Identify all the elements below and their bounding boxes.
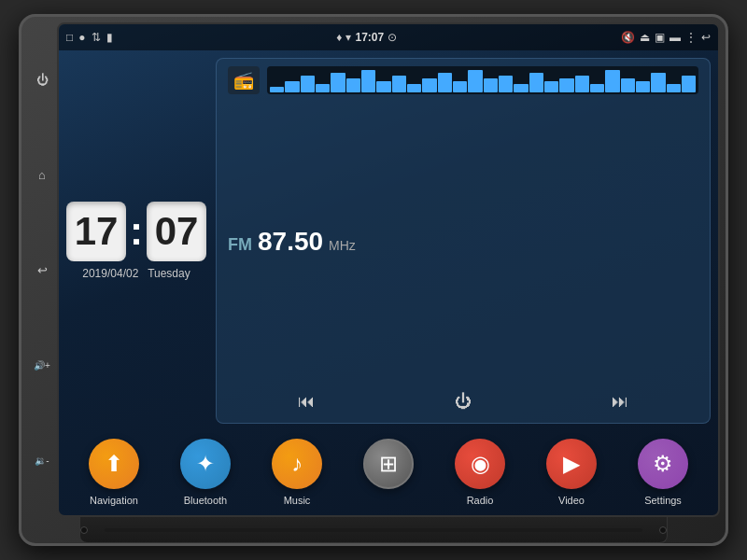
spectrum-bar [376, 81, 390, 92]
volume-down-icon: 🔉- [35, 455, 49, 466]
radio-app-icon: ◉ [455, 439, 505, 489]
eject-icon: ⏏ [640, 31, 650, 44]
dot-icon: ● [78, 31, 85, 44]
power-button[interactable]: ⏻ [34, 71, 50, 88]
screen: □ ● ⇅ ▮ ♦ ▾ 17:07 ⊙ 🔇 ⏏ ▣ ▬ ⋮ ↩ [57, 22, 720, 517]
mount-bar [105, 528, 643, 532]
radio-top: 📻 [228, 66, 698, 94]
video-label: Video [558, 495, 585, 506]
radio-widget: 📻 FM 87.50 MHz ⏮ ⏻ ⏭ [216, 58, 711, 424]
radio-frequency: 87.50 [258, 227, 323, 257]
battery-icon: ▮ [106, 31, 113, 44]
status-right-icons: 🔇 ⏏ ▣ ▬ ⋮ ↩ [621, 31, 711, 44]
home-button[interactable]: ⌂ [34, 166, 50, 183]
settings-icon: ⚙ [638, 439, 688, 489]
minus-icon: ▬ [669, 31, 681, 44]
main-content: 17 : 07 2019/04/02 Tuesday 📻 [59, 50, 718, 431]
mount-hole-right [659, 526, 667, 534]
radio-controls: ⏮ ⏻ ⏭ [228, 388, 698, 415]
spectrum-bar [331, 73, 345, 92]
radio-label: Radio [467, 495, 494, 506]
spectrum-bar [361, 70, 375, 92]
spectrum-bar [453, 81, 467, 92]
notification-icon: □ [66, 31, 73, 44]
app-music[interactable]: ♪ Music [272, 439, 322, 506]
settings-label: Settings [644, 495, 682, 506]
radio-band: FM [228, 235, 252, 255]
spectrum-bar [621, 78, 635, 92]
spectrum-bar [544, 81, 558, 92]
clock-colon: : [130, 202, 143, 261]
mute-icon: 🔇 [621, 31, 635, 44]
volume-up-icon: 🔊+ [34, 360, 50, 371]
spectrum-bar [346, 78, 360, 92]
app-video[interactable]: ▶ Video [546, 439, 597, 506]
spectrum-bar [468, 70, 482, 92]
spectrum-bar [422, 78, 436, 92]
power-icon: ⏻ [36, 73, 49, 87]
spectrum-bar [590, 84, 604, 92]
radio-spectrum [267, 66, 698, 94]
clock-date: 2019/04/02 Tuesday [82, 267, 190, 280]
spectrum-bar [636, 81, 650, 92]
spectrum-bar [499, 76, 513, 92]
app-radio[interactable]: ◉ Radio [455, 439, 505, 506]
spectrum-bar [575, 76, 589, 92]
radio-frequency-display: FM 87.50 MHz [228, 227, 698, 257]
spectrum-bar [270, 87, 284, 92]
radio-icon: 📻 [228, 66, 260, 94]
clock-minute: 07 [147, 202, 206, 261]
home-icon: ⌂ [38, 168, 46, 182]
location-icon: ♦ [336, 31, 342, 44]
radio-next-button[interactable]: ⏭ [602, 388, 638, 415]
device-mount [79, 517, 669, 543]
app-settings[interactable]: ⚙ Settings [638, 439, 688, 506]
clock-display: 17 : 07 [66, 202, 206, 261]
window-icon: ▣ [655, 31, 665, 44]
spectrum-bar [605, 70, 619, 92]
music-label: Music [284, 495, 311, 506]
spectrum-bar [407, 84, 421, 92]
spectrum-bar [529, 73, 543, 92]
mount-hole-left [80, 526, 88, 534]
more-icon: ⋮ [685, 31, 697, 44]
status-left-icons: □ ● ⇅ ▮ [66, 31, 113, 44]
spectrum-bar [667, 84, 681, 92]
spectrum-bar [651, 73, 665, 92]
clock-hour: 17 [66, 202, 126, 261]
radio-prev-button[interactable]: ⏮ [289, 388, 324, 415]
left-side-buttons: ⏻ ⌂ ↩ 🔊+ 🔉- [27, 22, 57, 517]
radio-power-button[interactable]: ⏻ [445, 388, 481, 415]
return-icon: ↩ [701, 31, 711, 44]
video-icon: ▶ [546, 439, 597, 489]
spectrum-bar [301, 76, 315, 92]
sync-icon: ⇅ [92, 31, 101, 44]
navigation-icon: ⬆ [89, 439, 139, 489]
spectrum-bar [682, 76, 696, 92]
spectrum-bar [316, 84, 330, 92]
navigation-label: Navigation [90, 495, 138, 506]
app-bluetooth[interactable]: ✦ Bluetooth [180, 439, 231, 506]
status-bar: □ ● ⇅ ▮ ♦ ▾ 17:07 ⊙ 🔇 ⏏ ▣ ▬ ⋮ ↩ [59, 24, 718, 50]
spectrum-bar [559, 78, 573, 92]
status-center: ♦ ▾ 17:07 ⊙ [336, 31, 397, 44]
camera-icon: ⊙ [388, 31, 397, 44]
spectrum-bar [392, 76, 406, 92]
apps-row: ⬆ Navigation ✦ Bluetooth ♪ Music ⊞ ◉ [59, 431, 718, 515]
grid-icon: ⊞ [363, 439, 414, 489]
music-icon: ♪ [272, 439, 322, 489]
volume-down-button[interactable]: 🔉- [34, 452, 50, 469]
bluetooth-label: Bluetooth [184, 495, 227, 506]
back-button[interactable]: ↩ [34, 261, 50, 278]
status-time: 17:07 [355, 31, 384, 44]
spectrum-bar [438, 73, 452, 92]
spectrum-bar [484, 78, 498, 92]
app-grid[interactable]: ⊞ [363, 439, 414, 495]
volume-up-button[interactable]: 🔊+ [34, 357, 50, 373]
back-icon: ↩ [37, 263, 48, 277]
spectrum-bar [285, 81, 299, 92]
spectrum-bar [514, 84, 528, 92]
bluetooth-icon: ✦ [180, 439, 231, 489]
app-navigation[interactable]: ⬆ Navigation [89, 439, 139, 506]
radio-unit: MHz [329, 238, 356, 253]
